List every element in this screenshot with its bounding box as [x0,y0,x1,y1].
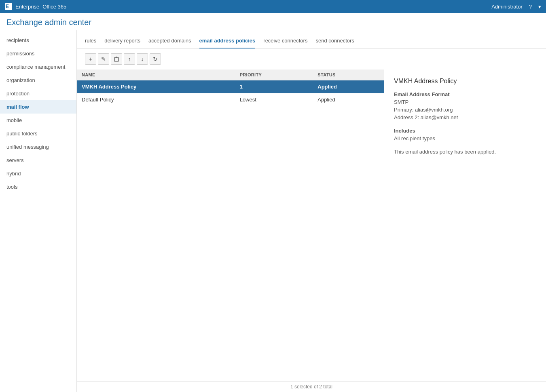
sidebar-item-protection[interactable]: protection [0,87,76,100]
table-footer: 1 selected of 2 total [77,381,546,392]
topbar-left: E Enterprise Office 365 [5,3,66,10]
cell-name: Default Policy [77,93,235,106]
add-button[interactable]: + [85,53,96,65]
suite-name: Office 365 [42,4,66,10]
sidebar-item-hybrid[interactable]: hybrid [0,167,76,180]
detail-address2: Address 2: alias@vmkh.net [394,114,536,120]
cell-name: VMKH Address Policy [77,80,235,93]
table-header-row: NAME PRIORITY STATUS [77,70,384,80]
col-priority: PRIORITY [235,70,313,80]
detail-applied-text: This email address policy has been appli… [394,149,536,155]
move-down-button[interactable]: ↓ [137,53,148,65]
cell-priority: 1 [235,80,313,93]
topbar: E Enterprise Office 365 Administrator ? … [0,0,546,13]
sidebar-item-public-folders[interactable]: public folders [0,127,76,140]
col-status: STATUS [313,70,384,80]
delete-button[interactable] [111,53,122,65]
sidebar-item-permissions[interactable]: permissions [0,47,76,60]
cell-status: Applied [313,93,384,106]
tab-accepted-domains[interactable]: accepted domains [148,35,191,48]
detail-includes-label: Includes [394,128,536,134]
table-body: VMKH Address Policy1AppliedDefault Polic… [77,80,384,106]
table-container: NAME PRIORITY STATUS VMKH Address Policy… [77,70,384,381]
sidebar-item-mail-flow[interactable]: mail flow [0,100,76,114]
sidebar-item-tools[interactable]: tools [0,180,76,194]
sidebar-item-servers[interactable]: servers [0,154,76,167]
col-name: NAME [77,70,235,80]
app-name: Enterprise [15,4,39,10]
svg-rect-2 [114,58,119,61]
table-detail: NAME PRIORITY STATUS VMKH Address Policy… [77,70,546,381]
detail-format-label: Email Address Format [394,91,536,97]
tab-nav: rulesdelivery reportsaccepted domainsema… [77,30,546,48]
sidebar: recipientspermissionscompliance manageme… [0,30,77,392]
detail-title: VMKH Address Policy [394,78,536,85]
detail-primary: Primary: alias@vmkh.org [394,107,536,113]
move-up-button[interactable]: ↑ [124,53,135,65]
page-title: Exchange admin center [6,18,540,27]
tab-receive-connectors[interactable]: receive connectors [263,35,307,48]
sidebar-item-compliance-management[interactable]: compliance management [0,60,76,74]
layout: Exchange admin center recipientspermissi… [0,13,546,392]
tab-delivery-reports[interactable]: delivery reports [104,35,140,48]
detail-includes-value: All recipient types [394,135,536,141]
detail-smtp-label: SMTP [394,99,536,105]
sidebar-item-recipients[interactable]: recipients [0,34,76,47]
content-area: recipientspermissionscompliance manageme… [0,30,546,392]
cell-priority: Lowest [235,93,313,106]
sidebar-item-unified-messaging[interactable]: unified messaging [0,140,76,154]
topbar-logo: E [5,3,12,10]
topbar-right: Administrator ? ▾ [491,4,541,10]
sidebar-item-mobile[interactable]: mobile [0,114,76,127]
sidebar-item-organization[interactable]: organization [0,74,76,87]
detail-includes-section: Includes All recipient types [394,128,536,141]
table-row[interactable]: Default PolicyLowestApplied [77,93,384,106]
tab-send-connectors[interactable]: send connectors [315,35,354,48]
policies-table: NAME PRIORITY STATUS VMKH Address Policy… [77,70,384,106]
user-menu[interactable]: Administrator [491,4,523,10]
edit-button[interactable]: ✎ [98,53,109,65]
table-row[interactable]: VMKH Address Policy1Applied [77,80,384,93]
help-button[interactable]: ? [529,4,532,10]
refresh-button[interactable]: ↻ [150,53,161,65]
svg-text:E: E [6,4,9,9]
page-title-bar: Exchange admin center [0,13,546,30]
footer-status: 1 selected of 2 total [290,384,332,390]
settings-icon[interactable]: ▾ [538,4,541,10]
cell-status: Applied [313,80,384,93]
tab-rules[interactable]: rules [85,35,96,48]
detail-format-section: Email Address Format SMTP Primary: alias… [394,91,536,120]
main-panel: rulesdelivery reportsaccepted domainsema… [77,30,546,392]
detail-panel: VMKH Address Policy Email Address Format… [384,70,546,381]
toolbar: + ✎ ↑ ↓ ↻ [77,48,546,70]
tab-email-address-policies[interactable]: email address policies [199,35,256,48]
